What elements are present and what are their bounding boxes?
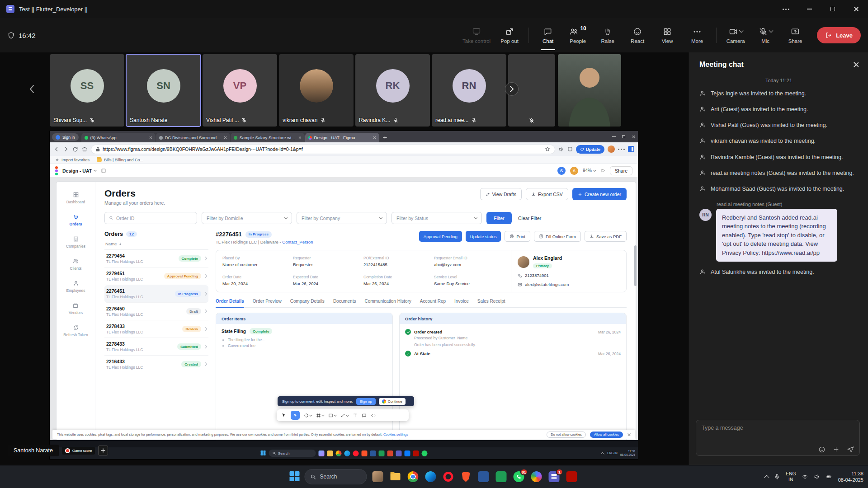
attach-plus-icon[interactable] <box>833 446 840 453</box>
pages-icon[interactable] <box>101 168 106 174</box>
people-button[interactable]: 10 People <box>563 18 592 52</box>
maximize-icon[interactable] <box>821 0 844 18</box>
filter-company-select[interactable]: Filter by Company <box>297 212 387 224</box>
whatsapp-icon[interactable]: 81 <box>512 470 526 483</box>
new-tab-icon[interactable] <box>382 134 389 141</box>
react-button[interactable]: React <box>623 18 652 52</box>
collaborator-avatar[interactable]: S <box>557 167 566 175</box>
start-icon[interactable] <box>260 450 266 456</box>
start-icon[interactable] <box>290 471 301 482</box>
mic-chevron-icon[interactable] <box>769 28 773 33</box>
titlebar-more-icon[interactable] <box>774 0 797 18</box>
shared-search-box[interactable]: Search <box>269 450 316 457</box>
minimize-icon[interactable] <box>797 0 821 18</box>
fill-online-form-button[interactable]: Fill Online Form <box>534 231 581 242</box>
video-tile[interactable]: SS Shivani Sup... <box>50 54 124 127</box>
sidebar-item-refresh-token[interactable]: Refresh Token <box>63 324 88 337</box>
google-continue-button[interactable]: Continue <box>379 398 406 405</box>
tray-mic-icon[interactable] <box>774 474 780 480</box>
raise-hand-button[interactable]: Raise <box>593 18 622 52</box>
forward-icon[interactable] <box>63 146 69 152</box>
read-aloud-icon[interactable] <box>558 146 564 152</box>
shape-tool-icon[interactable] <box>304 413 312 418</box>
order-row[interactable]: 2278433TL Flex Holdings LLC Submitted <box>104 338 208 356</box>
chevron-left-icon[interactable] <box>28 84 36 96</box>
whatsapp-icon[interactable] <box>421 450 427 456</box>
video-tile[interactable]: vikram chavan <box>279 54 354 127</box>
file-explorer-icon[interactable] <box>389 470 402 483</box>
deny-cookies-button[interactable]: Do not allow cookies <box>547 432 586 438</box>
address-bar[interactable]: https://www.figma.com/design/9BKQ0FOHRWa… <box>91 145 555 154</box>
sphere-browser-icon[interactable] <box>530 470 543 483</box>
more-button[interactable]: More <box>683 18 712 52</box>
wifi-icon[interactable] <box>802 474 808 480</box>
share-button[interactable]: Share <box>781 18 810 52</box>
rect-tool-icon[interactable] <box>328 413 336 418</box>
tab-company-details[interactable]: Company Details <box>290 299 325 307</box>
print-button[interactable]: Print <box>505 231 530 242</box>
filter-status-select[interactable]: Filter by Status <box>392 212 482 224</box>
chat-close-icon[interactable] <box>853 61 859 68</box>
leave-button[interactable]: Leave <box>817 27 861 43</box>
extensions-icon[interactable] <box>567 146 573 152</box>
order-id-input[interactable] <box>116 216 193 221</box>
browser-close-icon[interactable] <box>632 135 635 139</box>
chrome-icon[interactable] <box>406 470 420 483</box>
video-tile[interactable]: RN read.ai mee... <box>432 54 506 127</box>
mic-button[interactable]: Mic <box>751 18 780 52</box>
edge-sidebar-icon[interactable] <box>628 146 634 152</box>
order-row[interactable]: 2279451TL Flex Holdings LLC Approval Pen… <box>104 267 208 285</box>
video-tile[interactable]: RK Ravindra K... <box>355 54 430 127</box>
brave-icon[interactable] <box>459 470 473 483</box>
favorites-import-link[interactable]: Import favorites <box>55 158 90 162</box>
clear-filter-button[interactable]: Clear Filter <box>518 216 541 221</box>
hand-tool-icon-selected[interactable] <box>291 411 300 420</box>
connector-tool-icon[interactable] <box>340 413 349 418</box>
sidebar-item-employees[interactable]: Employees <box>66 280 85 293</box>
frame-tool-icon[interactable] <box>316 413 324 418</box>
browser-tab[interactable]: DC Divisions and Surroundings <box>156 133 230 142</box>
tab-close-icon[interactable] <box>149 136 152 139</box>
comment-tool-icon[interactable] <box>362 413 367 418</box>
tab-close-icon[interactable] <box>224 136 227 139</box>
tab-close-icon[interactable] <box>298 136 302 139</box>
tab-order-details[interactable]: Order Details <box>216 299 244 308</box>
name-column-header[interactable]: Name <box>104 237 208 250</box>
export-csv-button[interactable]: Export CSV <box>526 188 568 200</box>
refresh-icon[interactable] <box>72 146 78 152</box>
tab-order-preview[interactable]: Order Preview <box>253 299 282 307</box>
taskbar-search[interactable]: Search <box>305 469 367 484</box>
browser-avatar-icon[interactable] <box>608 145 615 153</box>
order-row[interactable]: 2216433TL Flex Holdings LLC Created <box>104 356 208 373</box>
opera-icon[interactable] <box>442 470 455 483</box>
view-button[interactable]: View <box>653 18 682 52</box>
update-status-button[interactable]: Update status <box>466 231 501 242</box>
filter-button[interactable]: Filter <box>486 212 512 224</box>
contact-person-link[interactable]: Contact_Person <box>282 239 313 244</box>
folder-icon[interactable] <box>327 450 333 456</box>
browser-tab-active[interactable]: Design - UAT - Figma <box>305 133 379 142</box>
browser-settings-icon[interactable] <box>618 149 625 150</box>
figma-signup-button[interactable]: Sign up <box>356 398 376 405</box>
back-icon[interactable] <box>53 146 60 152</box>
order-id-search[interactable] <box>104 212 197 224</box>
tab-documents[interactable]: Documents <box>333 299 356 307</box>
teams-icon[interactable] <box>396 450 401 456</box>
create-new-order-button[interactable]: Create new order <box>572 188 627 200</box>
sidebar-item-dashboard[interactable]: Dashboard <box>66 192 85 204</box>
cookies-settings-link[interactable]: Cookies settings <box>383 432 408 436</box>
tray-chevron-icon[interactable] <box>601 452 604 456</box>
order-row[interactable]: 2279454TL Flex Holdings LLC Complete <box>104 250 208 267</box>
video-tile-camera-feed[interactable] <box>558 54 621 127</box>
camera-button[interactable]: Camera <box>721 18 750 52</box>
system-clock[interactable]: 11:38 08-04-2025 <box>838 470 863 483</box>
sidebar-item-clients[interactable]: Clients <box>70 258 82 271</box>
browser-maximize-icon[interactable] <box>622 135 625 138</box>
language-indicator[interactable]: ENG IN <box>607 451 617 455</box>
emoji-icon[interactable] <box>818 446 826 453</box>
language-indicator[interactable]: ENG IN <box>786 471 796 483</box>
figma-logo-icon[interactable] <box>55 166 58 175</box>
tab-close-icon[interactable] <box>373 136 376 139</box>
browser-profile-button[interactable]: Sign in <box>52 133 79 141</box>
tab-communication-history[interactable]: Communication History <box>364 299 411 307</box>
